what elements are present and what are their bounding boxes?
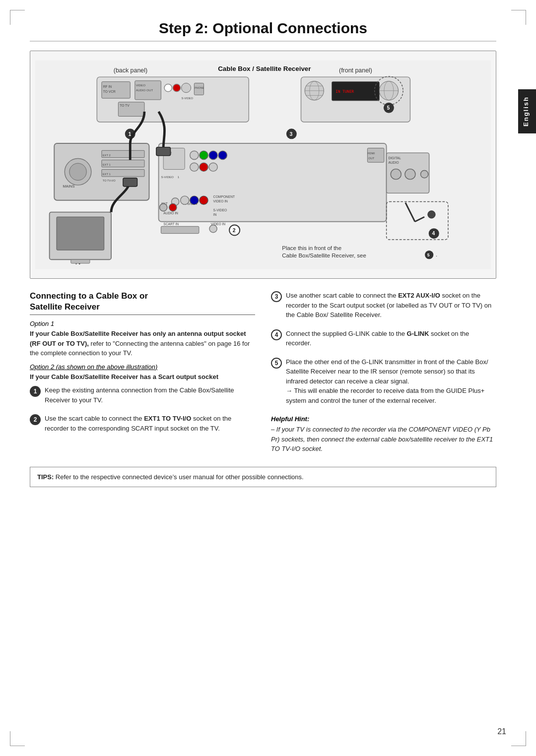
- svg-rect-60: [367, 148, 384, 163]
- svg-text:AUDIO: AUDIO: [388, 161, 399, 164]
- svg-point-51: [190, 151, 199, 159]
- left-column: Connecting to a Cable Box or Satellite R…: [30, 291, 255, 458]
- svg-point-74: [200, 196, 208, 204]
- svg-text:1: 1: [128, 131, 131, 137]
- step-3-text: Use another scart cable to connect the E…: [286, 291, 496, 320]
- main-content: Step 2: Optional Connections (back panel…: [30, 20, 506, 487]
- svg-text:OUT: OUT: [368, 157, 375, 160]
- svg-text:3: 3: [290, 131, 293, 137]
- svg-point-11: [164, 84, 172, 91]
- section-heading: Connecting to a Cable Box or Satellite R…: [30, 291, 255, 315]
- svg-text:TO VCR: TO VCR: [103, 90, 116, 93]
- corner-mark-tl: [10, 10, 25, 25]
- svg-text:DIGITAL: DIGITAL: [388, 156, 401, 160]
- corner-mark-bl: [10, 731, 25, 746]
- diagram-svg: (back panel) Cable Box / Satellite Recei…: [35, 56, 491, 273]
- svg-text:2: 2: [233, 227, 236, 233]
- svg-point-72: [181, 196, 189, 204]
- helpful-hint-block: Helpful Hint: – If your TV is connected …: [271, 415, 496, 454]
- step-2-text: Use the scart cable to connect the EXT1 …: [45, 414, 255, 433]
- option1-text: If your Cable Box/Satellite Receiver has…: [30, 329, 255, 358]
- step-2-number: 2: [30, 414, 41, 425]
- svg-text:IN TUNER: IN TUNER: [335, 89, 354, 94]
- svg-text:EXT 1: EXT 1: [103, 163, 111, 166]
- tips-label: TIPS:: [37, 473, 54, 481]
- svg-point-68: [420, 170, 428, 178]
- svg-point-53: [209, 151, 217, 159]
- step-4-text: Connect the supplied G-LINK cable to the…: [286, 329, 496, 348]
- svg-rect-45: [57, 217, 104, 250]
- svg-text:TO TV: TO TV: [120, 104, 130, 107]
- page-number: 21: [497, 727, 506, 736]
- helpful-hint-title: Helpful Hint:: [271, 415, 496, 423]
- svg-text:4: 4: [432, 230, 435, 236]
- svg-text:EXT 1: EXT 1: [103, 173, 111, 176]
- svg-point-91: [428, 211, 435, 218]
- option1-label: Option 1: [30, 320, 255, 327]
- step-3-number: 3: [271, 291, 282, 302]
- svg-text:EXT 2: EXT 2: [103, 154, 111, 157]
- step-2-item: 2 Use the scart cable to connect the EXT…: [30, 414, 255, 437]
- tips-text: Refer to the respective connected device…: [56, 473, 304, 481]
- svg-point-56: [200, 163, 208, 171]
- step-5-text: Place the other end of the G-LINK transm…: [286, 357, 496, 406]
- svg-point-85: [209, 225, 217, 232]
- svg-rect-47: [71, 259, 90, 263]
- svg-text:Place this in front of the: Place this in front of the: [282, 245, 341, 251]
- svg-point-81: [169, 203, 177, 211]
- svg-rect-83: [161, 226, 199, 233]
- svg-point-66: [391, 169, 401, 180]
- svg-point-54: [218, 151, 227, 159]
- svg-text:IN: IN: [213, 213, 217, 216]
- english-tab: English: [518, 89, 536, 133]
- step-4-item: 4 Connect the supplied G-LINK cable to t…: [271, 329, 496, 352]
- svg-text:5: 5: [387, 105, 390, 111]
- svg-text:AUDIO OUT: AUDIO OUT: [136, 88, 153, 92]
- svg-text:1: 1: [178, 175, 180, 179]
- diagram-area: (back panel) Cable Box / Satellite Recei…: [30, 51, 496, 279]
- svg-point-13: [182, 83, 191, 93]
- svg-text:PHONE: PHONE: [195, 86, 204, 89]
- svg-text:.: .: [436, 252, 437, 258]
- option2-bold: If your Cable Box/Satellite Receiver has…: [30, 372, 255, 382]
- step-5-item: 5 Place the other end of the G-LINK tran…: [271, 357, 496, 410]
- svg-text:AUDIO IN: AUDIO IN: [163, 211, 178, 215]
- svg-point-12: [173, 84, 180, 91]
- svg-text:VIDEO: VIDEO: [136, 83, 145, 87]
- svg-text:VIDEO IN: VIDEO IN: [213, 199, 228, 203]
- svg-text:S-VIDEO: S-VIDEO: [213, 208, 227, 212]
- step-3-item: 3 Use another scart cable to connect the…: [271, 291, 496, 324]
- step-4-number: 4: [271, 329, 282, 340]
- page-title: Step 2: Optional Connections: [30, 20, 496, 42]
- svg-text:Cable Box/Satellite Receiver, : Cable Box/Satellite Receiver, see: [282, 252, 366, 258]
- svg-rect-99: [156, 147, 171, 156]
- svg-text:MAINS: MAINS: [63, 184, 74, 189]
- svg-point-55: [190, 163, 199, 171]
- svg-text:5: 5: [427, 253, 430, 258]
- svg-point-67: [405, 169, 415, 180]
- helpful-hint-text: – If your TV is connected to the recorde…: [271, 425, 496, 454]
- step-1-number: 1: [30, 386, 41, 397]
- step-5-number: 5: [271, 358, 282, 369]
- svg-point-35: [69, 163, 86, 180]
- step-1-item: 1 Keep the existing antenna connection f…: [30, 385, 255, 409]
- instructions-columns: Connecting to a Cable Box or Satellite R…: [30, 291, 496, 458]
- svg-text:COMPONENT: COMPONENT: [213, 195, 235, 198]
- svg-text:S-VIDEO: S-VIDEO: [182, 97, 194, 100]
- corner-mark-tr: [511, 10, 526, 25]
- svg-text:RF IN: RF IN: [103, 85, 112, 88]
- tips-box: TIPS: Refer to the respective connected …: [30, 467, 496, 488]
- option2-label: Option 2 (as shown on the above illustra…: [30, 363, 255, 371]
- svg-point-57: [209, 163, 217, 171]
- svg-point-73: [190, 196, 199, 204]
- svg-rect-98: [123, 178, 137, 187]
- svg-text:SCART IN: SCART IN: [163, 222, 179, 226]
- right-column: 3 Use another scart cable to connect the…: [271, 291, 496, 458]
- svg-text:(back panel): (back panel): [114, 67, 147, 74]
- svg-text:TO TV-I/O: TO TV-I/O: [103, 179, 116, 182]
- step-1-text: Keep the existing antenna connection fro…: [45, 385, 255, 405]
- svg-point-80: [160, 203, 167, 211]
- svg-text:HDMI: HDMI: [367, 152, 375, 155]
- svg-text:S-VIDEO: S-VIDEO: [161, 175, 174, 179]
- corner-mark-br: [511, 731, 526, 746]
